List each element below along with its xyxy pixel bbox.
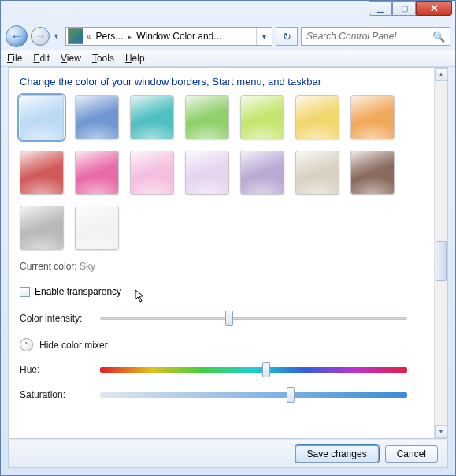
scroll-up-button[interactable]: ▲ (435, 68, 447, 81)
menu-view[interactable]: View (61, 53, 81, 64)
saturation-row: Saturation: (20, 389, 423, 400)
swatch-sun[interactable] (295, 95, 339, 139)
hue-label: Hue: (20, 364, 92, 375)
scroll-down-button[interactable]: ▼ (435, 425, 447, 438)
swatch-sky[interactable] (20, 95, 64, 139)
saturation-thumb[interactable] (287, 387, 295, 403)
menu-edit[interactable]: Edit (33, 53, 50, 64)
swatch-leaf[interactable] (185, 95, 229, 139)
breadcrumb-window-color[interactable]: Window Color and... (133, 31, 224, 42)
breadcrumb-personalization[interactable]: Pers... (93, 31, 127, 42)
address-bar[interactable]: « Pers... ▸ Window Color and... ▾ (65, 27, 272, 46)
hue-thumb[interactable] (262, 362, 270, 377)
page-title: Change the color of your window borders,… (20, 76, 423, 87)
swatch-pumpkin[interactable] (350, 95, 395, 139)
save-changes-button[interactable]: Save changes (295, 445, 379, 463)
saturation-slider[interactable] (100, 392, 407, 398)
window-controls: ▁ ▢ ✕ (369, 1, 452, 16)
menu-bar: File Edit View Tools Help (1, 50, 455, 67)
content-scroll: Change the color of your window borders,… (9, 68, 434, 438)
hue-row: Hue: (20, 364, 423, 375)
control-panel-icon (68, 28, 83, 44)
vertical-scrollbar[interactable]: ▲ ▼ (434, 68, 447, 438)
swatch-taupe[interactable] (295, 151, 339, 195)
swatch-fuchsia[interactable] (75, 151, 119, 195)
address-dropdown[interactable]: ▾ (256, 28, 272, 45)
back-button[interactable]: ← (6, 25, 28, 47)
mixer-toggle-row[interactable]: ˄ Hide color mixer (20, 338, 423, 351)
swatch-blush[interactable] (130, 151, 174, 195)
forward-button[interactable]: → (31, 27, 50, 46)
intensity-label: Color intensity: (20, 313, 92, 324)
swatch-chocolate[interactable] (350, 151, 395, 195)
footer-bar: Save changes Cancel (8, 440, 448, 468)
menu-tools[interactable]: Tools (92, 53, 114, 64)
intensity-thumb[interactable] (225, 311, 233, 326)
saturation-label: Saturation: (20, 389, 92, 400)
cancel-button[interactable]: Cancel (385, 445, 438, 463)
nav-toolbar: ← → ▼ « Pers... ▸ Window Color and... ▾ … (1, 23, 455, 50)
swatch-frost[interactable] (75, 206, 119, 250)
maximize-button[interactable]: ▢ (392, 1, 416, 16)
close-button[interactable]: ✕ (416, 1, 452, 16)
swatch-lime[interactable] (240, 95, 284, 139)
intensity-row: Color intensity: (20, 313, 423, 324)
cursor-icon (135, 289, 146, 303)
swatch-ruby[interactable] (20, 151, 64, 195)
titlebar: ▁ ▢ ✕ (1, 1, 455, 23)
transparency-label[interactable]: Enable transparency (35, 286, 121, 297)
current-color-value: Sky (80, 261, 95, 272)
nav-history-dropdown[interactable]: ▼ (53, 32, 62, 40)
current-color-row: Current color: Sky (20, 261, 423, 272)
color-swatch-grid (20, 95, 423, 250)
search-placeholder: Search Control Panel (306, 31, 396, 42)
search-input[interactable]: Search Control Panel 🔍 (301, 27, 450, 46)
swatch-violet[interactable] (185, 151, 229, 195)
hue-slider[interactable] (100, 367, 407, 373)
transparency-checkbox[interactable] (20, 287, 30, 297)
intensity-slider[interactable] (100, 317, 407, 320)
scroll-thumb[interactable] (436, 241, 447, 281)
transparency-row: Enable transparency (20, 286, 423, 297)
mixer-toggle-label[interactable]: Hide color mixer (39, 340, 108, 351)
swatch-twilight[interactable] (75, 95, 119, 139)
search-icon[interactable]: 🔍 (432, 31, 445, 43)
swatch-lavender[interactable] (240, 151, 284, 195)
breadcrumb-arrow-icon: ▸ (126, 32, 133, 41)
swatch-sea[interactable] (130, 95, 174, 139)
swatch-slate[interactable] (20, 206, 64, 250)
chevron-up-icon[interactable]: ˄ (20, 338, 33, 351)
content-area: Change the color of your window borders,… (8, 67, 448, 439)
control-panel-window: ▁ ▢ ✕ ← → ▼ « Pers... ▸ Window Color and… (0, 0, 456, 476)
minimize-button[interactable]: ▁ (369, 1, 392, 16)
menu-help[interactable]: Help (125, 53, 145, 64)
refresh-button[interactable]: ↻ (276, 27, 298, 46)
menu-file[interactable]: File (7, 53, 22, 64)
breadcrumb-prefix: « (85, 32, 93, 41)
current-color-label: Current color: (20, 261, 77, 272)
